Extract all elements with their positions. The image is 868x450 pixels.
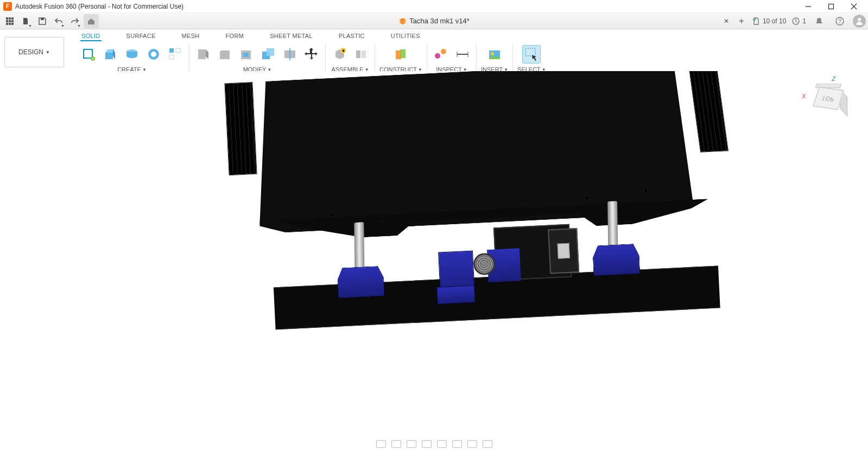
group-create: + CREATE▼ xyxy=(75,43,189,73)
ribbon-tabs: SOLID SURFACE MESH FORM SHEET METAL PLAS… xyxy=(68,29,868,41)
undo-button[interactable]: ▼ xyxy=(51,14,66,28)
svg-text:?: ? xyxy=(838,18,841,24)
svg-point-8 xyxy=(858,18,861,21)
fillet-icon[interactable] xyxy=(216,45,234,64)
recovery-status-text: 1 xyxy=(802,17,806,25)
document-tab[interactable]: Tacha 3d mk1 v14* xyxy=(398,17,470,25)
sketch-icon[interactable]: + xyxy=(79,45,98,64)
select-icon[interactable] xyxy=(522,45,541,64)
home-button[interactable] xyxy=(84,14,99,28)
sweep-icon[interactable] xyxy=(144,45,163,64)
press-pull-icon[interactable] xyxy=(194,45,212,64)
document-name: Tacha 3d mk1 v14* xyxy=(409,17,470,25)
svg-rect-36 xyxy=(525,48,535,56)
pan-button[interactable] xyxy=(407,440,416,448)
title-bar: F Autodesk Fusion 360 (Personal - Not fo… xyxy=(0,0,868,13)
new-component-icon[interactable]: ★ xyxy=(330,45,349,64)
save-status[interactable]: 10 of 10 xyxy=(752,17,786,26)
svg-point-29 xyxy=(435,53,440,59)
display-settings-button[interactable] xyxy=(452,440,462,448)
plane-icon[interactable] xyxy=(391,45,410,64)
svg-rect-22 xyxy=(267,48,274,56)
document-icon xyxy=(398,17,406,25)
grid-settings-button[interactable] xyxy=(467,440,477,448)
close-button[interactable] xyxy=(847,0,860,13)
extrude-icon[interactable] xyxy=(101,45,119,64)
minimize-button[interactable] xyxy=(802,0,815,13)
svg-text:+: + xyxy=(92,56,94,61)
viewcube[interactable]: Z X TOP xyxy=(808,77,852,120)
svg-text:★: ★ xyxy=(341,48,345,53)
fit-button[interactable] xyxy=(437,440,447,448)
dimension-icon[interactable] xyxy=(453,45,472,64)
measure-icon[interactable] xyxy=(432,45,450,64)
shell-icon[interactable] xyxy=(237,45,256,64)
close-tab-button[interactable]: ✕ xyxy=(721,14,731,28)
zoom-button[interactable] xyxy=(422,440,432,448)
combine-icon[interactable] xyxy=(259,45,277,64)
svg-rect-16 xyxy=(176,48,180,53)
orbit-button[interactable] xyxy=(376,440,386,448)
svg-rect-9 xyxy=(84,49,92,58)
revolve-icon[interactable] xyxy=(123,45,141,64)
clock-icon xyxy=(791,17,800,26)
split-icon[interactable] xyxy=(281,45,299,64)
svg-point-30 xyxy=(441,49,446,54)
svg-point-35 xyxy=(491,52,494,55)
svg-rect-18 xyxy=(198,49,206,59)
insert-icon[interactable] xyxy=(485,45,504,64)
svg-rect-17 xyxy=(169,55,174,59)
group-construct: CONSTRUCT▼ xyxy=(375,43,427,73)
model-render xyxy=(220,71,735,420)
group-insert: INSERT▼ xyxy=(477,43,513,73)
save-status-text: 10 of 10 xyxy=(763,17,786,25)
ribbon-tools: + CREATE▼ MODIFY▼ xyxy=(68,41,868,75)
pattern-icon[interactable] xyxy=(166,45,185,64)
tab-plastic[interactable]: PLASTIC xyxy=(338,31,366,41)
app-icon: F xyxy=(3,2,12,11)
help-button[interactable]: ? xyxy=(832,14,847,28)
profile-avatar[interactable] xyxy=(853,15,866,28)
redo-button[interactable]: ▼ xyxy=(67,14,83,28)
look-at-button[interactable] xyxy=(391,440,401,448)
window-title: Autodesk Fusion 360 (Personal - Not for … xyxy=(15,3,183,10)
svg-rect-28 xyxy=(400,49,406,58)
move-icon[interactable] xyxy=(302,45,321,64)
workspace-label: DESIGN xyxy=(18,48,43,56)
qa-right: ✕ + 10 of 10 1 ? xyxy=(721,14,866,28)
axis-x-label: X xyxy=(802,93,806,99)
svg-rect-20 xyxy=(243,53,249,57)
tab-utilities[interactable]: UTILITIES xyxy=(390,31,421,41)
joint-icon[interactable] xyxy=(352,45,370,64)
tab-mesh[interactable]: MESH xyxy=(181,31,201,41)
group-modify: MODIFY▼ xyxy=(189,43,326,73)
svg-rect-4 xyxy=(41,18,44,20)
recovery-status[interactable]: 1 xyxy=(791,17,806,26)
viewport-button[interactable] xyxy=(483,440,492,448)
new-tab-button[interactable]: + xyxy=(737,14,746,28)
svg-rect-15 xyxy=(169,48,174,53)
svg-point-14 xyxy=(151,52,156,57)
data-panel-button[interactable] xyxy=(2,14,17,28)
file-menu-button[interactable]: ▼ xyxy=(18,14,34,28)
tab-solid[interactable]: SOLID xyxy=(80,31,102,41)
navigation-bar xyxy=(376,440,492,448)
group-inspect: INSPECT▼ xyxy=(427,43,477,73)
workspace-switcher[interactable]: DESIGN▼ xyxy=(4,37,64,67)
notifications-button[interactable] xyxy=(812,14,827,28)
save-button[interactable] xyxy=(35,14,50,28)
tab-sheet-metal[interactable]: SHEET METAL xyxy=(269,31,314,41)
tab-surface[interactable]: SURFACE xyxy=(125,31,157,41)
quick-access-bar: ▼ ▼ ▼ Tacha 3d mk1 v14* ✕ + 10 of 10 1 ? xyxy=(0,13,868,29)
axis-z-label: Z xyxy=(832,75,835,82)
maximize-button[interactable] xyxy=(825,0,838,13)
window-controls xyxy=(802,0,865,13)
ribbon-main: SOLID SURFACE MESH FORM SHEET METAL PLAS… xyxy=(68,29,868,75)
tab-form[interactable]: FORM xyxy=(225,31,245,41)
group-assemble: ★ ASSEMBLE▼ xyxy=(326,43,375,73)
viewport-canvas[interactable]: Z X TOP xyxy=(0,71,868,450)
ribbon: DESIGN▼ SOLID SURFACE MESH FORM SHEET ME… xyxy=(0,29,868,75)
save-status-icon xyxy=(752,17,761,26)
qa-left: ▼ ▼ ▼ xyxy=(2,14,99,28)
svg-rect-1 xyxy=(829,4,834,9)
